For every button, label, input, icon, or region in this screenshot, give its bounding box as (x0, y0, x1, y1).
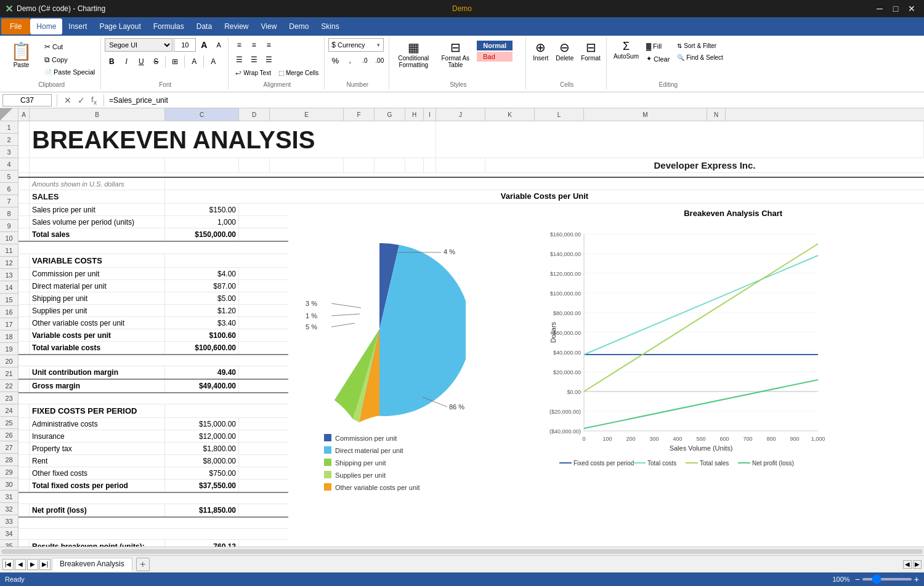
align-top-left-button[interactable]: ≡ (232, 38, 246, 52)
row-num-35[interactable]: 35 (0, 540, 18, 547)
cell-8-C[interactable]: $150,000.00 (165, 228, 239, 241)
row-num-9[interactable]: 9 (0, 220, 18, 232)
cell-17-B[interactable]: Total variable costs (30, 342, 165, 354)
row-num-29[interactable]: 29 (0, 466, 18, 478)
fill-button[interactable]: ▓ Fill (643, 41, 673, 52)
cell-30-C[interactable]: $11,850.00 (165, 504, 239, 516)
merge-cells-button[interactable]: ⬚ Merge Cells (275, 68, 322, 78)
bad-style[interactable]: Bad (477, 52, 513, 62)
paste-special-button[interactable]: 📄 Paste Special (41, 66, 98, 78)
zoom-in-button[interactable]: + (914, 574, 919, 584)
zoom-out-button[interactable]: − (855, 574, 860, 584)
cell-33-B[interactable]: Results breakeven point (units): (30, 540, 165, 547)
font-name-select[interactable]: Segoe UI (105, 38, 172, 52)
cell-20-B[interactable]: Gross margin (30, 380, 165, 392)
clear-button[interactable]: ✦ Clear (643, 53, 673, 65)
menu-item-file[interactable]: File (1, 18, 30, 34)
align-top-center-button[interactable]: ≡ (247, 38, 261, 52)
align-left-button[interactable]: ☰ (232, 53, 246, 66)
row-num-23[interactable]: 23 (0, 392, 18, 404)
row-num-31[interactable]: 31 (0, 491, 18, 503)
cell-23-C[interactable]: $15,000.00 (165, 418, 239, 430)
col-header-N[interactable]: N (707, 108, 726, 121)
row-num-30[interactable]: 30 (0, 478, 18, 491)
row-num-11[interactable]: 11 (0, 244, 18, 257)
col-header-K[interactable]: K (485, 108, 535, 121)
row-num-33[interactable]: 33 (0, 515, 18, 528)
tab-nav-first[interactable]: |◀ (2, 559, 14, 570)
col-header-F[interactable]: F (344, 108, 375, 121)
cell-28-B[interactable]: Total fixed costs per period (30, 480, 165, 492)
row-num-7[interactable]: 7 (0, 195, 18, 207)
formula-fx-button[interactable]: fx (89, 95, 99, 106)
formula-confirm-button[interactable]: ✓ (76, 95, 87, 105)
restore-button[interactable]: □ (888, 2, 903, 15)
normal-style[interactable]: Normal (477, 41, 513, 50)
cell-20-C[interactable]: $49,400.00 (165, 380, 239, 392)
row-num-13[interactable]: 13 (0, 269, 18, 281)
cell-28-C[interactable]: $37,550.00 (165, 480, 239, 492)
row-num-20[interactable]: 20 (0, 355, 18, 367)
cell-15-C[interactable]: $3.40 (165, 317, 239, 329)
cell-22-B[interactable]: FIXED COSTS PER PERIOD (30, 404, 165, 417)
wrap-text-button[interactable]: ⮐ Wrap Text (232, 68, 274, 78)
underline-button[interactable]: U (134, 55, 148, 68)
scroll-right-btn[interactable]: ▶ (913, 560, 922, 569)
increase-decimal-button[interactable]: .00 (373, 54, 386, 67)
cell-30-B[interactable]: Net profit (loss) (30, 504, 165, 516)
row-num-10[interactable]: 10 (0, 232, 18, 244)
cell-26-C[interactable]: $8,000.00 (165, 455, 239, 467)
row-num-19[interactable]: 19 (0, 343, 18, 355)
formula-input[interactable] (109, 94, 922, 106)
zoom-slider[interactable] (862, 578, 912, 580)
row-num-21[interactable]: 21 (0, 367, 18, 380)
scroll-left-btn[interactable]: ◀ (903, 560, 912, 569)
menu-item-formulas[interactable]: Formulas (147, 18, 190, 34)
cell-6-B[interactable]: Sales price per unit (30, 204, 165, 215)
cell-8-B[interactable]: Total sales (30, 228, 165, 241)
cell-11-C[interactable]: $4.00 (165, 268, 239, 279)
row-num-28[interactable]: 28 (0, 454, 18, 466)
cell-33-C[interactable]: 760.12 (165, 540, 239, 547)
col-header-B[interactable]: B (30, 108, 165, 121)
comma-button[interactable]: , (343, 54, 357, 67)
col-header-I[interactable]: I (424, 108, 436, 121)
percent-button[interactable]: % (328, 54, 342, 67)
add-sheet-button[interactable]: + (136, 558, 150, 571)
cell-1-B[interactable]: BREAKEVEN ANALYSIS (30, 121, 436, 158)
menu-item-data[interactable]: Data (190, 18, 218, 34)
menu-item-page-layout[interactable]: Page Layout (93, 18, 147, 34)
menu-item-review[interactable]: Review (218, 18, 254, 34)
font-color-button[interactable]: A (206, 55, 220, 68)
row-num-34[interactable]: 34 (0, 528, 18, 540)
italic-button[interactable]: I (120, 55, 133, 68)
cell-27-B[interactable]: Other fixed costs (30, 467, 165, 479)
cell-19-C[interactable]: 49.40 (165, 366, 239, 379)
paste-button[interactable]: 📋 Paste (5, 38, 38, 71)
row-num-14[interactable]: 14 (0, 281, 18, 294)
number-format-dropdown[interactable]: $ Currency ▼ (328, 38, 384, 52)
insert-button[interactable]: ⊕ Insert (530, 38, 551, 63)
find-select-button[interactable]: 🔍 Find & Select (674, 52, 726, 63)
cell-16-B[interactable]: Variable costs per unit (30, 329, 165, 341)
borders-button[interactable]: ⊞ (168, 55, 182, 68)
format-as-table-button[interactable]: ⊟ Format As Table (435, 38, 476, 70)
cell-reference-box[interactable] (2, 94, 52, 106)
row-num-4[interactable]: 4 (0, 158, 18, 171)
decrease-font-button[interactable]: A (212, 38, 225, 52)
cell-23-B[interactable]: Administrative costs (30, 418, 165, 430)
strikethrough-button[interactable]: S (149, 55, 163, 68)
minimize-button[interactable]: ─ (872, 2, 887, 15)
row-num-16[interactable]: 16 (0, 306, 18, 318)
row-num-18[interactable]: 18 (0, 331, 18, 343)
menu-item-insert[interactable]: Insert (62, 18, 93, 34)
cell-17-C[interactable]: $100,600.00 (165, 342, 239, 354)
copy-button[interactable]: ⧉ Copy (41, 54, 98, 66)
col-header-C[interactable]: C (165, 108, 239, 121)
cell-14-C[interactable]: $1.20 (165, 305, 239, 316)
cell-7-C[interactable]: 1,000 (165, 216, 239, 228)
cell-26-B[interactable]: Rent (30, 455, 165, 467)
row-num-24[interactable]: 24 (0, 404, 18, 417)
cell-24-C[interactable]: $12,000.00 (165, 430, 239, 442)
fill-color-button[interactable]: A (187, 55, 201, 68)
